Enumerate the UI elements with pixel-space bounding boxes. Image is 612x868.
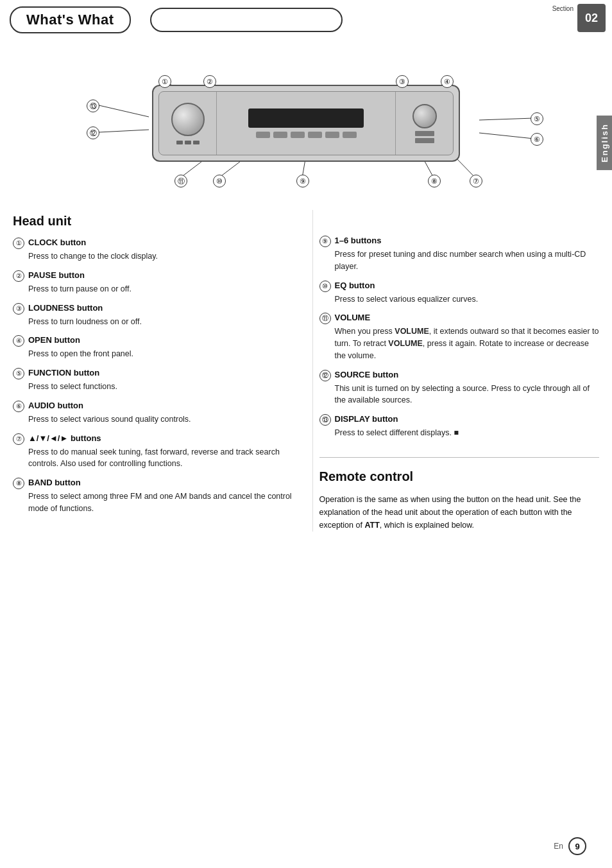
item-desc-2: Press to turn pause on or off. (13, 283, 293, 295)
item-desc-11: When you press VOLUME, it extends outwar… (319, 326, 600, 361)
item-eq: ⑩ EQ button Press to select various equa… (319, 281, 600, 306)
item-label-13: DISPLAY button (335, 414, 398, 424)
left-column: Head unit ① CLOCK button Press to change… (13, 210, 300, 532)
item-label-4: OPEN button (28, 335, 80, 345)
callout-11: ⑪ (174, 175, 187, 187)
callout-13: ⑬ (87, 100, 99, 112)
item-function: ⑤ FUNCTION button Press to select functi… (13, 368, 293, 393)
item-label-7: ▲/▼/◄/► buttons (28, 433, 101, 443)
item-clock: ① CLOCK button Press to change to the cl… (13, 238, 293, 263)
item-desc-5: Press to select functions. (13, 381, 293, 393)
remote-section: Remote control Operation is the same as … (319, 457, 600, 532)
item-arrows: ⑦ ▲/▼/◄/► buttons Press to do manual see… (13, 433, 293, 471)
page-footer: En 9 (554, 837, 586, 855)
head-unit-diagram: ① ② ③ ④ ⑤ ⑥ ⑦ ⑧ ⑨ ⑩ ⑪ ⑫ ⑬ (56, 49, 556, 197)
svg-line-12 (99, 105, 149, 117)
callout-1: ① (158, 75, 171, 88)
item-desc-13: Press to select different displays. ■ (319, 427, 600, 439)
item-num-13: ⑬ (319, 414, 331, 426)
item-desc-9: Press for preset tuning and disc number … (319, 248, 600, 273)
callout-5: ⑤ (531, 112, 543, 125)
item-loudness: ③ LOUDNESS button Press to turn loudness… (13, 303, 293, 328)
item-label-1: CLOCK button (28, 238, 86, 247)
callout-12: ⑫ (87, 126, 99, 139)
item-label-11: VOLUME (335, 313, 371, 322)
item-desc-3: Press to turn loudness on or off. (13, 316, 293, 328)
volume-bold-1: VOLUME (395, 327, 429, 336)
callout-7: ⑦ (470, 175, 482, 187)
item-label-12: SOURCE button (335, 370, 399, 379)
item-label-3: LOUDNESS button (28, 303, 103, 313)
item-num-2: ② (13, 270, 24, 282)
item-num-10: ⑩ (319, 281, 331, 292)
page-number: 9 (568, 837, 586, 855)
callout-6: ⑥ (531, 133, 543, 146)
footer-lang: En (554, 842, 563, 851)
att-bold: ATT (364, 521, 379, 530)
page-title: What's What (10, 6, 131, 33)
item-label-6: AUDIO button (28, 401, 83, 410)
remote-title: Remote control (319, 469, 600, 484)
section-label: Section (552, 5, 574, 12)
item-num-5: ⑤ (13, 368, 24, 379)
item-label-5: FUNCTION button (28, 368, 99, 378)
item-pause: ② PAUSE button Press to turn pause on or… (13, 270, 293, 295)
item-label-10: EQ button (335, 281, 375, 290)
item-16-buttons: ⑨ 1–6 buttons Press for preset tuning an… (319, 236, 600, 273)
head-unit-body (152, 85, 460, 162)
callout-3: ③ (396, 75, 409, 88)
svg-line-5 (479, 133, 534, 139)
item-num-1: ① (13, 238, 24, 249)
item-desc-1: Press to change to the clock display. (13, 250, 293, 263)
item-volume: ⑪ VOLUME When you press VOLUME, it exten… (319, 313, 600, 361)
item-desc-12: This unit is turned on by selecting a so… (319, 383, 600, 407)
item-num-3: ③ (13, 303, 24, 315)
item-num-6: ⑥ (13, 401, 24, 412)
item-band: ⑧ BAND button Press to select among thre… (13, 478, 293, 515)
item-desc-4: Press to open the front panel. (13, 348, 293, 360)
callout-4: ④ (441, 75, 454, 88)
item-open: ④ OPEN button Press to open the front pa… (13, 335, 293, 360)
display-screen (248, 108, 364, 128)
head-unit-title: Head unit (13, 214, 293, 229)
volume-knob (171, 103, 205, 136)
item-label-8: BAND button (28, 478, 81, 487)
item-num-12: ⑫ (319, 370, 331, 381)
item-num-11: ⑪ (319, 313, 331, 324)
function-knob (412, 104, 437, 128)
item-display: ⑬ DISPLAY button Press to select differe… (319, 414, 600, 439)
item-num-4: ④ (13, 335, 24, 347)
item-label-2: PAUSE button (28, 270, 85, 280)
item-desc-10: Press to select various equalizer curves… (319, 293, 600, 306)
svg-line-11 (99, 130, 149, 132)
item-desc-7: Press to do manual seek tuning, fast for… (13, 446, 293, 471)
remote-desc: Operation is the same as when using the … (319, 493, 600, 532)
item-audio: ⑥ AUDIO button Press to select various s… (13, 401, 293, 426)
volume-bold-2: VOLUME (388, 339, 422, 348)
right-column: ⑨ 1–6 buttons Press for preset tuning an… (312, 210, 600, 532)
callout-2: ② (203, 75, 216, 88)
callout-10: ⑩ (213, 175, 226, 187)
diagram-area: ① ② ③ ④ ⑤ ⑥ ⑦ ⑧ ⑨ ⑩ ⑪ ⑫ ⑬ (0, 37, 612, 204)
item-desc-8: Press to select among three FM and one A… (13, 490, 293, 515)
callout-9: ⑨ (296, 175, 309, 187)
callout-8: ⑧ (428, 175, 441, 187)
item-num-7: ⑦ (13, 433, 24, 445)
item-desc-6: Press to select various sound quality co… (13, 413, 293, 426)
item-source: ⑫ SOURCE button This unit is turned on b… (319, 370, 600, 407)
page-header: What's What Section 02 (0, 0, 612, 37)
item-label-9: 1–6 buttons (335, 236, 382, 245)
svg-line-4 (479, 118, 534, 120)
item-num-9: ⑨ (319, 236, 331, 247)
header-mid-decoration (150, 8, 343, 32)
section-number: 02 (577, 4, 606, 32)
item-num-8: ⑧ (13, 478, 24, 489)
content-area: Head unit ① CLOCK button Press to change… (0, 204, 612, 544)
